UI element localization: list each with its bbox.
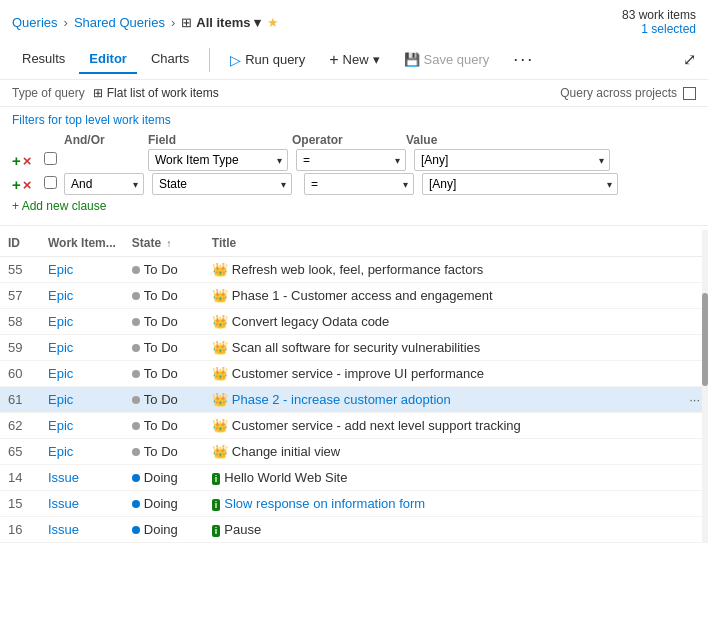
new-btn[interactable]: + New ▾	[319, 46, 389, 74]
cell-title[interactable]: iPause	[204, 517, 708, 543]
cell-title-text[interactable]: Slow response on information form	[224, 496, 425, 511]
row2-checkbox[interactable]	[44, 176, 57, 189]
row2-field-select[interactable]: State ▾	[152, 173, 292, 195]
cell-title-text[interactable]: Customer service - add next level suppor…	[232, 418, 521, 433]
run-icon: ▷	[230, 52, 241, 68]
cell-type[interactable]: Epic	[40, 387, 124, 413]
add-clause-btn[interactable]: + Add new clause	[12, 199, 696, 213]
th-type[interactable]: Work Item...	[40, 230, 124, 257]
cell-title-text[interactable]: Hello World Web Site	[224, 470, 347, 485]
row1-actions: + ×	[12, 152, 40, 169]
table-row[interactable]: 57EpicTo Do👑Phase 1 - Customer access an…	[0, 283, 708, 309]
row-more-btn[interactable]: ···	[689, 392, 700, 407]
cell-type[interactable]: Epic	[40, 413, 124, 439]
save-query-btn[interactable]: 💾 Save query	[394, 47, 500, 72]
cell-id: 16	[0, 517, 40, 543]
cell-type[interactable]: Epic	[40, 309, 124, 335]
cell-state: To Do	[124, 309, 204, 335]
cell-title-text[interactable]: Phase 2 - increase customer adoption	[232, 392, 451, 407]
cell-type[interactable]: Epic	[40, 283, 124, 309]
row1-val-select[interactable]: [Any] ▾	[414, 149, 610, 171]
more-options-btn[interactable]: ···	[503, 44, 544, 75]
row2-andor-select[interactable]: And ▾	[64, 173, 144, 195]
table-row[interactable]: 59EpicTo Do👑Scan all software for securi…	[0, 335, 708, 361]
row2-op-select[interactable]: = ▾	[304, 173, 414, 195]
row1-op-select[interactable]: = ▾	[296, 149, 406, 171]
cell-state: To Do	[124, 335, 204, 361]
col-operator: Operator	[292, 133, 402, 147]
row1-del-btn[interactable]: ×	[23, 152, 32, 169]
tab-results[interactable]: Results	[12, 45, 75, 74]
table-row[interactable]: 15IssueDoingiSlow response on informatio…	[0, 491, 708, 517]
table-row[interactable]: 65EpicTo Do👑Change initial view	[0, 439, 708, 465]
cell-title[interactable]: 👑Phase 2 - increase customer adoption···	[204, 387, 708, 413]
th-title[interactable]: Title	[204, 230, 708, 257]
cross-projects-checkbox[interactable]	[683, 87, 696, 100]
cell-title[interactable]: 👑Customer service - improve UI performan…	[204, 361, 708, 387]
cell-title[interactable]: iSlow response on information form	[204, 491, 708, 517]
cell-type[interactable]: Issue	[40, 465, 124, 491]
cell-type[interactable]: Epic	[40, 439, 124, 465]
cell-state: To Do	[124, 283, 204, 309]
cell-title-text[interactable]: Customer service - improve UI performanc…	[232, 366, 484, 381]
table-row[interactable]: 61EpicTo Do👑Phase 2 - increase customer …	[0, 387, 708, 413]
cell-type[interactable]: Issue	[40, 517, 124, 543]
cell-id: 65	[0, 439, 40, 465]
tab-editor[interactable]: Editor	[79, 45, 137, 74]
cell-title[interactable]: 👑Change initial view	[204, 439, 708, 465]
row1-add-btn[interactable]: +	[12, 152, 21, 169]
filter-header-row: And/Or Field Operator Value	[12, 133, 696, 147]
cell-title-text[interactable]: Refresh web look, feel, performance fact…	[232, 262, 483, 277]
run-query-btn[interactable]: ▷ Run query	[220, 47, 315, 73]
cell-title-text[interactable]: Convert legacy Odata code	[232, 314, 390, 329]
expand-btn[interactable]: ⤢	[683, 50, 696, 69]
state-dot-icon	[132, 448, 140, 456]
th-state[interactable]: State ↑	[124, 230, 204, 257]
cell-type[interactable]: Issue	[40, 491, 124, 517]
cell-type[interactable]: Epic	[40, 361, 124, 387]
cell-id: 15	[0, 491, 40, 517]
table-row[interactable]: 58EpicTo Do👑Convert legacy Odata code	[0, 309, 708, 335]
favorite-star[interactable]: ★	[267, 15, 279, 30]
cell-title-text[interactable]: Scan all software for security vulnerabi…	[232, 340, 481, 355]
table-row[interactable]: 62EpicTo Do👑Customer service - add next …	[0, 413, 708, 439]
th-id[interactable]: ID	[0, 230, 40, 257]
row1-checkbox[interactable]	[44, 152, 57, 165]
cell-title-text[interactable]: Phase 1 - Customer access and engagement	[232, 288, 493, 303]
row2-val-select[interactable]: [Any] ▾	[422, 173, 618, 195]
tab-charts[interactable]: Charts	[141, 45, 199, 74]
table-row[interactable]: 60EpicTo Do👑Customer service - improve U…	[0, 361, 708, 387]
cell-title[interactable]: iHello World Web Site	[204, 465, 708, 491]
cell-id: 61	[0, 387, 40, 413]
query-type-value[interactable]: ⊞ Flat list of work items	[93, 86, 219, 100]
cell-type[interactable]: Epic	[40, 257, 124, 283]
cell-state: To Do	[124, 387, 204, 413]
query-type-bar: Type of query ⊞ Flat list of work items …	[0, 80, 708, 107]
cell-title[interactable]: 👑Phase 1 - Customer access and engagemen…	[204, 283, 708, 309]
cell-title[interactable]: 👑Scan all software for security vulnerab…	[204, 335, 708, 361]
cell-type[interactable]: Epic	[40, 335, 124, 361]
work-type-icon: 👑	[212, 444, 228, 459]
cell-title[interactable]: 👑Refresh web look, feel, performance fac…	[204, 257, 708, 283]
cell-id: 62	[0, 413, 40, 439]
row2-add-btn[interactable]: +	[12, 176, 21, 193]
scrollbar-thumb[interactable]	[702, 293, 708, 387]
breadcrumb-shared-queries[interactable]: Shared Queries	[74, 15, 165, 30]
breadcrumb-queries[interactable]: Queries	[12, 15, 58, 30]
cell-title-text[interactable]: Change initial view	[232, 444, 340, 459]
table-row[interactable]: 16IssueDoingiPause	[0, 517, 708, 543]
results-table: ID Work Item... State ↑ Title 55EpicTo D…	[0, 230, 708, 543]
cell-title[interactable]: 👑Convert legacy Odata code	[204, 309, 708, 335]
breadcrumb-dropdown-btn[interactable]: ▾	[254, 15, 261, 30]
cell-state: To Do	[124, 361, 204, 387]
table-row[interactable]: 55EpicTo Do👑Refresh web look, feel, perf…	[0, 257, 708, 283]
work-type-icon: 👑	[212, 288, 228, 303]
section-divider	[0, 225, 708, 226]
breadcrumb-icon: ⊞	[181, 15, 192, 30]
table-row[interactable]: 14IssueDoingiHello World Web Site	[0, 465, 708, 491]
cell-title-text[interactable]: Pause	[224, 522, 261, 537]
scrollbar-track[interactable]	[702, 230, 708, 543]
row2-del-btn[interactable]: ×	[23, 176, 32, 193]
row1-field-select[interactable]: Work Item Type ▾	[148, 149, 288, 171]
cell-title[interactable]: 👑Customer service - add next level suppo…	[204, 413, 708, 439]
